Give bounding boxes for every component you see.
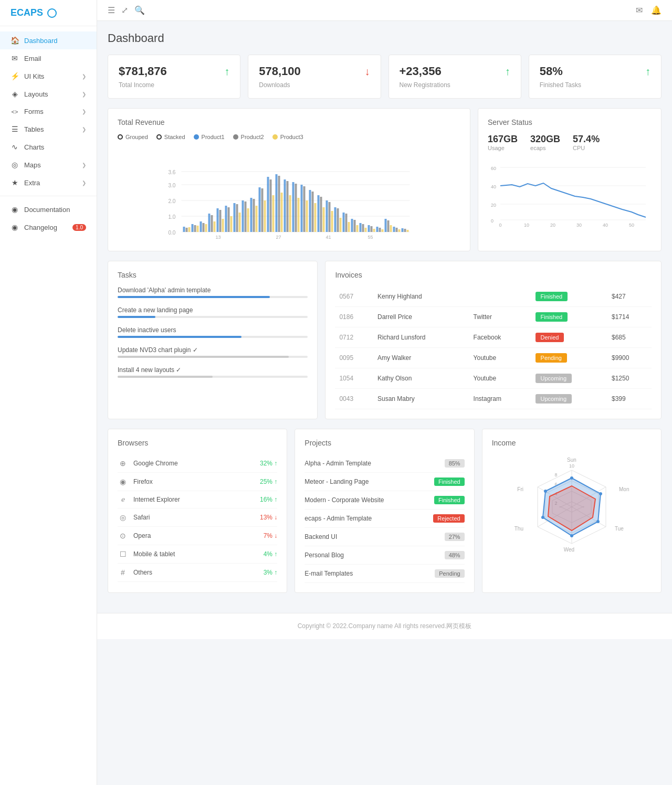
svg-rect-90: [396, 228, 398, 232]
progress-fill: [118, 316, 155, 318]
invoice-source: Youtube: [469, 348, 531, 368]
stat-label: Finished Tasks: [540, 81, 650, 89]
invoice-id: 0095: [335, 348, 373, 368]
sidebar-item-forms[interactable]: <> Forms ❯: [0, 103, 97, 120]
svg-rect-32: [242, 200, 244, 232]
invoice-amount: $685: [607, 327, 652, 348]
browser-pct: 3% ↑: [264, 569, 278, 576]
svg-rect-55: [303, 186, 306, 232]
progress-bar: [118, 316, 308, 318]
task-item: Create a new landing page: [118, 306, 308, 318]
tasks-card: Tasks Download 'Alpha' admin template Cr…: [108, 261, 318, 419]
sidebar-item-extra[interactable]: ★ Extra ❯: [0, 174, 97, 192]
chevron-right-icon: ❯: [82, 109, 86, 114]
svg-rect-23: [219, 210, 222, 232]
browsers-card: Browsers ⊕ Google Chrome 32% ↑ ◉ Firefox…: [108, 429, 287, 593]
svg-rect-87: [387, 220, 390, 232]
arrow-up-icon: ↑: [224, 66, 229, 78]
svg-rect-11: [186, 228, 188, 232]
svg-text:10: 10: [569, 463, 574, 469]
chrome-icon: ⊕: [118, 459, 128, 468]
browser-name: Firefox: [133, 478, 255, 485]
invoice-amount: $1250: [607, 368, 652, 389]
svg-rect-28: [230, 216, 233, 232]
browser-name: Others: [133, 569, 258, 576]
revenue-chart: 0.0 1.0 2.0 3.0 3.6: [118, 145, 460, 240]
svg-rect-12: [188, 227, 191, 232]
bell-icon[interactable]: 🔔: [651, 5, 662, 15]
sidebar-item-uikits[interactable]: ⚡ UI Kits ❯: [0, 67, 97, 85]
sidebar-item-documentation[interactable]: ◉ Documentation: [0, 200, 97, 218]
sidebar-item-changelog[interactable]: ◉ Changelog 1.0: [0, 218, 97, 236]
svg-text:3.6: 3.6: [169, 169, 176, 175]
invoices-card: Invoices 0567 Kenny Highland Finished $4…: [325, 261, 662, 419]
svg-rect-27: [228, 207, 230, 232]
server-stat-value: 57.4%: [573, 134, 600, 145]
invoice-status: Upcoming: [531, 389, 607, 409]
invoice-id: 0712: [335, 327, 373, 348]
server-stat-cpu: 57.4% CPU: [573, 134, 600, 151]
svg-rect-80: [371, 226, 373, 232]
progress-fill: [118, 356, 289, 358]
arrow-up-icon: ↑: [505, 66, 510, 78]
legend-stacked[interactable]: Stacked: [156, 134, 185, 140]
svg-text:13: 13: [215, 235, 220, 240]
docs-icon: ◉: [10, 205, 19, 214]
svg-rect-92: [402, 228, 404, 232]
sidebar-item-email[interactable]: ✉ Email: [0, 49, 97, 67]
browsers-list: ⊕ Google Chrome 32% ↑ ◉ Firefox 25% ↑ ℯ …: [118, 454, 277, 582]
svg-rect-79: [368, 225, 370, 232]
svg-rect-65: [331, 211, 333, 232]
project-item: Alpha - Admin Template 85%: [304, 454, 464, 473]
chevron-right-icon: ❯: [82, 126, 86, 132]
legend-grouped[interactable]: Grouped: [118, 134, 148, 140]
server-chart: 60 40 20 0 0 10 20 30 40 50: [488, 160, 652, 228]
invoice-status: Pending: [531, 348, 607, 368]
sidebar-item-maps[interactable]: ◎ Maps ❯: [0, 156, 97, 174]
progress-fill: [118, 336, 242, 338]
svg-rect-61: [320, 197, 322, 232]
svg-text:50: 50: [629, 222, 634, 228]
svg-text:0.0: 0.0: [169, 230, 176, 236]
others-icon: #: [118, 568, 128, 577]
page-title: Dashboard: [108, 31, 662, 45]
svg-text:20: 20: [491, 203, 496, 208]
menu-icon[interactable]: ☰: [108, 5, 115, 15]
server-stats: 167GB Usage 320GB ecaps 57.4% CPU: [488, 134, 652, 151]
safari-icon: ◎: [118, 513, 128, 522]
sidebar-label: Extra: [24, 179, 77, 187]
income-chart: Sun 10 Mon Tue Wed Thu Fri 8 6 4 2: [492, 454, 652, 559]
sidebar-label: Tables: [24, 125, 77, 133]
stat-card-tasks: 58% ↑ Finished Tasks: [529, 55, 662, 99]
svg-rect-33: [245, 201, 247, 232]
svg-text:2.0: 2.0: [169, 198, 176, 204]
progress-bar: [118, 336, 308, 338]
page-content: Dashboard $781,876 ↑ Total Income 578,10…: [97, 21, 672, 613]
project-badge: 85%: [445, 459, 465, 468]
svg-rect-52: [295, 184, 297, 232]
project-item: E-mail Templates Pending: [304, 565, 464, 583]
svg-rect-68: [337, 208, 339, 232]
invoice-status: Denied: [531, 327, 607, 348]
sidebar-item-tables[interactable]: ☰ Tables ❯: [0, 120, 97, 138]
svg-rect-72: [348, 222, 350, 232]
changelog-badge: 1.0: [72, 224, 86, 231]
stat-card-registrations: +23,356 ↑ New Registrations: [388, 55, 521, 99]
svg-rect-56: [306, 200, 308, 232]
sidebar-item-dashboard[interactable]: 🏠 Dashboard: [0, 31, 97, 49]
mail-icon[interactable]: ✉: [636, 5, 643, 15]
sidebar-item-layouts[interactable]: ◈ Layouts ❯: [0, 85, 97, 103]
search-icon[interactable]: 🔍: [134, 5, 145, 15]
arrow-up-icon: ↑: [645, 66, 650, 78]
browser-pct: 13% ↓: [260, 514, 277, 521]
expand-icon[interactable]: ⤢: [121, 5, 128, 15]
task-name: Download 'Alpha' admin template: [118, 287, 308, 294]
browser-pct: 16% ↑: [260, 496, 277, 503]
svg-rect-77: [362, 224, 364, 232]
stat-value: 58%: [540, 65, 563, 78]
status-badge: Finished: [536, 312, 568, 322]
footer: Copyright © 2022.Company name All rights…: [97, 613, 672, 639]
sidebar-item-charts[interactable]: ∿ Charts: [0, 138, 97, 156]
browser-name: Internet Explorer: [133, 496, 255, 503]
stat-card-income: $781,876 ↑ Total Income: [108, 55, 240, 99]
